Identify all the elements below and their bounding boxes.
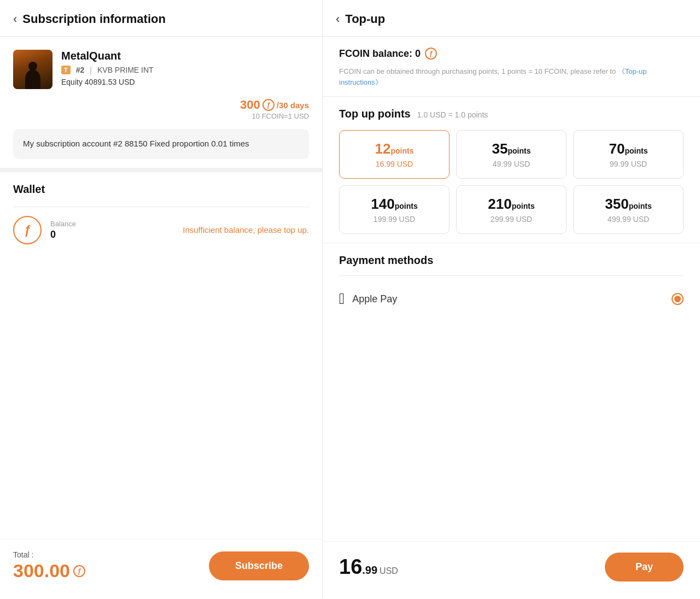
total-amount: 300.00 ƒ <box>13 560 85 582</box>
left-back-button[interactable]: ‹ <box>13 13 17 25</box>
wallet-label: Balance <box>50 220 174 228</box>
payment-divider <box>339 275 684 276</box>
left-header: ‹ Subscription information <box>0 0 322 37</box>
points-unit-2: points <box>625 146 648 155</box>
cost-rate: 10 FCOIN=1 USD <box>13 112 309 120</box>
points-price-2: 99.99 USD <box>582 160 674 168</box>
points-num-2: 70 <box>609 140 625 157</box>
total-value: 300.00 <box>13 560 70 582</box>
points-unit-5: points <box>629 202 652 210</box>
left-bottom-bar: Total : 300.00 ƒ Subscribe <box>0 539 322 599</box>
equity-value-text: 40891.53 USD <box>85 78 135 86</box>
topup-title: Top up points <box>339 108 411 120</box>
section-separator <box>0 168 322 172</box>
payment-method-applepay[interactable]:  Apple Pay <box>339 287 684 311</box>
right-panel-title: Top-up <box>345 12 385 26</box>
points-unit-3: points <box>395 202 418 210</box>
pay-currency: USD <box>380 566 398 575</box>
right-bottom-bar: 16.99USD Pay <box>323 541 700 599</box>
fcoin-icon-balance: ƒ <box>425 48 437 60</box>
points-num-4: 210 <box>488 196 511 212</box>
points-price-0: 16.99 USD <box>348 160 440 168</box>
fcoin-desc-text: FCOIN can be obtained through purchasing… <box>339 67 616 75</box>
profile-rank: #2 <box>76 66 85 74</box>
pay-amount-main: 16 <box>339 555 362 578</box>
fcoin-balance-desc: FCOIN can be obtained through purchasing… <box>339 66 684 87</box>
total-label: Total : <box>13 550 85 559</box>
points-grid: 12points 16.99 USD 35points 49.99 USD 70… <box>339 130 684 234</box>
profile-name: MetalQuant <box>61 50 309 62</box>
avatar <box>13 50 52 89</box>
topup-section: Top up points 1.0 USD = 1.0 points 12poi… <box>323 97 700 243</box>
points-card-5[interactable]: 350points 499.99 USD <box>573 185 684 234</box>
wallet-section: Wallet ƒ Balance 0 Insufficient balance,… <box>0 172 322 253</box>
avatar-silhouette <box>25 69 40 89</box>
apple-icon:  <box>339 291 345 307</box>
payment-title: Payment methods <box>339 254 684 267</box>
wallet-amount: 0 <box>50 229 174 240</box>
profile-badge: T <box>61 66 71 74</box>
total-section: Total : 300.00 ƒ <box>13 550 85 582</box>
fcoin-balance-row: FCOIN balance: 0 ƒ <box>339 48 684 60</box>
profile-info: MetalQuant T #2 | KVB PRIME INT Equity 4… <box>61 50 309 86</box>
points-card-3[interactable]: 140points 199.99 USD <box>339 185 450 234</box>
topup-header: Top up points 1.0 USD = 1.0 points <box>339 108 684 120</box>
points-num-0: 12 <box>375 140 391 157</box>
pay-amount-cents: .99 <box>362 564 377 576</box>
wallet-warning: Insufficient balance, please top up. <box>183 225 309 234</box>
wallet-info: Balance 0 <box>50 220 174 240</box>
points-num-1: 35 <box>492 140 508 157</box>
meta-divider: | <box>90 66 92 74</box>
subscription-desc: My subscription account #2 88150 Fixed p… <box>13 129 309 159</box>
points-price-1: 49.99 USD <box>465 160 557 168</box>
points-unit-4: points <box>512 202 535 210</box>
wallet-title: Wallet <box>13 183 309 196</box>
points-card-2[interactable]: 70points 99.99 USD <box>573 130 684 179</box>
right-panel: ‹ Top-up FCOIN balance: 0 ƒ FCOIN can be… <box>323 0 700 599</box>
left-panel-title: Subscription information <box>22 12 166 26</box>
wallet-icon: ƒ <box>13 216 42 244</box>
fcoin-icon-total: ƒ <box>73 565 85 577</box>
cost-days: /30 days <box>277 101 309 110</box>
wallet-balance: ƒ Balance 0 Insufficient balance, please… <box>13 216 309 244</box>
points-price-4: 299.99 USD <box>465 215 557 224</box>
points-card-0[interactable]: 12points 16.99 USD <box>339 130 450 179</box>
cost-main: 300 ƒ /30 days <box>13 98 309 112</box>
fcoin-icon-cost: ƒ <box>262 99 275 111</box>
profile-meta: T #2 | KVB PRIME INT <box>61 66 309 74</box>
subscribe-button[interactable]: Subscribe <box>209 551 309 580</box>
avatar-image <box>13 50 52 89</box>
points-num-5: 350 <box>605 196 628 212</box>
payment-method-left:  Apple Pay <box>339 291 397 307</box>
points-num-3: 140 <box>371 196 394 212</box>
points-card-1[interactable]: 35points 49.99 USD <box>456 130 567 179</box>
pay-amount-container: 16.99USD <box>339 555 398 579</box>
radio-inner <box>674 296 681 302</box>
left-panel: ‹ Subscription information MetalQuant T … <box>0 0 323 599</box>
apple-pay-radio[interactable] <box>672 293 684 305</box>
fcoin-balance-label: FCOIN balance: 0 <box>339 48 421 60</box>
points-unit-0: points <box>390 146 413 155</box>
payment-method-name: Apple Pay <box>352 293 397 305</box>
points-price-3: 199.99 USD <box>348 215 440 224</box>
points-unit-1: points <box>508 146 530 155</box>
cost-value: 300 <box>240 98 260 112</box>
subscription-cost: 300 ƒ /30 days 10 FCOIN=1 USD <box>0 98 322 129</box>
payment-section: Payment methods  Apple Pay <box>323 243 700 320</box>
topup-rate: 1.0 USD = 1.0 points <box>417 110 488 119</box>
pay-button[interactable]: Pay <box>605 553 684 582</box>
profile-equity: Equity 40891.53 USD <box>61 78 309 86</box>
fcoin-balance-section: FCOIN balance: 0 ƒ FCOIN can be obtained… <box>323 37 700 97</box>
points-card-4[interactable]: 210points 299.99 USD <box>456 185 567 234</box>
profile-section: MetalQuant T #2 | KVB PRIME INT Equity 4… <box>0 37 322 98</box>
equity-label: Equity <box>61 78 83 86</box>
right-header: ‹ Top-up <box>323 0 700 37</box>
profile-broker: KVB PRIME INT <box>97 66 154 74</box>
points-price-5: 499.99 USD <box>582 215 674 224</box>
right-back-button[interactable]: ‹ <box>336 13 340 25</box>
